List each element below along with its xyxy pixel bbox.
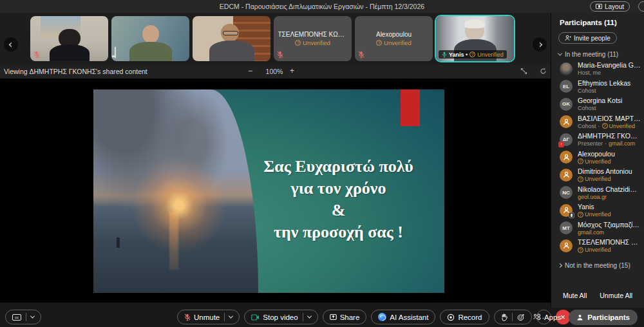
participant-row[interactable]: Dimitrios Antoniou?Unverified [551, 166, 644, 184]
participant-info: Dimitrios Antoniou?Unverified [578, 167, 632, 182]
participant-row[interactable]: NCNikolaos Chatzidimougeol.uoa.gr [551, 184, 644, 202]
participant-status: ?Unverified [578, 176, 632, 182]
separator-dot: · [598, 123, 600, 129]
slide-text-line: Σας Ευχαριστώ πολύ [235, 156, 442, 178]
ai-assistant-icon [378, 313, 386, 321]
participant-row[interactable]: Maria-Evangelia GogouHost, me [551, 60, 644, 78]
share-label: Share [340, 313, 360, 321]
participant-info: Georgina KotsiCohost [578, 97, 622, 111]
not-in-meeting-section-header[interactable]: Not in the meeting (15) [558, 262, 644, 269]
unmute-button[interactable]: Unmute [177, 310, 240, 324]
participant-avatar [560, 115, 573, 128]
refresh-icon[interactable] [540, 68, 547, 75]
chevron-down-icon[interactable] [229, 314, 233, 319]
pip-icon [115, 46, 116, 59]
participant-email-domain: gmail.com [609, 140, 635, 147]
chevron-left-icon [8, 42, 13, 46]
filmstrip-prev-button[interactable] [4, 37, 18, 51]
unverified-icon: ? [376, 40, 382, 46]
person-icon [563, 242, 570, 249]
participant-status: ?Unverified [578, 247, 641, 253]
mute-all-button[interactable]: Mute All [563, 292, 587, 299]
video-thumbnail[interactable] [111, 16, 189, 61]
participant-avatar: ΔΓ↑ [560, 133, 573, 146]
reactions-emoji-icon[interactable] [517, 313, 525, 321]
participant-avatar: NC [560, 186, 573, 199]
unmute-all-button[interactable]: Unmute All [600, 292, 632, 299]
unverified-label: Unverified [585, 247, 611, 253]
slide-text-line: για τον χρόνο [235, 178, 442, 200]
participant-info: ΒΑΣΙΛΕΙΟΣ ΜΑΡΤΖΑΚΛΗΣCohost·?Unverified [578, 115, 641, 129]
participant-name: Georgina Kotsi [578, 97, 622, 104]
zoom-level[interactable]: 100% [260, 68, 289, 76]
participant-avatar [560, 239, 573, 252]
layout-button[interactable]: Layout [590, 1, 630, 12]
unverified-icon: ? [602, 123, 608, 129]
presentation-slide: Σας Ευχαριστώ πολύγια τον χρόνο&την προσ… [93, 89, 444, 293]
filmstrip-tiles: ΤΣΕΛΕΜΠΟΝΗΣ ΚΩΝΣΤ...?UnverifiedAlexopoul… [30, 16, 514, 61]
participant-avatar: GK [560, 98, 573, 111]
topbar-partial-button[interactable] [638, 1, 644, 12]
participant-row[interactable]: ΔΓ↑ΔΗΜΗΤΡΗΣ ΓΚΟΝΗΣPresenter·gmail.com [551, 131, 644, 149]
participant-thumbnail[interactable]: ΤΣΕΛΕΜΠΟΝΗΣ ΚΩΝΣΤ...?Unverified [274, 16, 352, 61]
separator-dot: · [605, 140, 607, 147]
participant-avatar [560, 169, 573, 182]
mic-muted-icon [33, 51, 40, 59]
person-head [465, 21, 484, 41]
video-thumbnail[interactable]: Yanis •?Unverified [436, 16, 514, 61]
mic-muted-badge [358, 51, 365, 59]
participant-role: Cohost [578, 88, 596, 94]
mic-on-icon [442, 51, 447, 58]
video-thumbnail[interactable] [30, 16, 108, 61]
invite-people-button[interactable]: Invite people [558, 32, 617, 44]
record-button[interactable]: Record [440, 310, 489, 324]
participant-row[interactable]: Alexopoulou?Unverified [551, 149, 644, 167]
participant-thumbnail[interactable]: Alexopoulou?Unverified [355, 16, 433, 61]
pip-badge [115, 47, 116, 59]
video-thumbnail[interactable] [193, 16, 270, 61]
participant-row[interactable]: ΒΑΣΙΛΕΙΟΣ ΜΑΡΤΖΑΚΛΗΣCohost·?Unverified [551, 113, 644, 131]
reactions-group [494, 310, 532, 324]
participant-name: Efthymios Lekkas [578, 79, 630, 87]
participants-icon [576, 314, 583, 321]
chevron-down-icon[interactable] [30, 314, 35, 319]
chevron-down-icon [558, 51, 562, 56]
stop-video-button[interactable]: Stop video [244, 310, 317, 324]
shared-content-bar: Viewing ΔΗΜΗΤΡΗΣ ΓΚΟΝΗΣ's shared content… [0, 64, 551, 79]
participant-avatar [560, 62, 573, 75]
participant-email-domain: gmail.com [578, 229, 604, 236]
participant-row[interactable]: ΤΣΕΛΕΜΠΟΝΗΣ ΚΩΝΣΤ...?Unverified [551, 237, 644, 255]
thumbnail-name: ΤΣΕΛΕΜΠΟΝΗΣ ΚΩΝΣΤ... [278, 31, 348, 38]
mic-muted-icon [184, 313, 191, 321]
raise-hand-icon[interactable] [501, 313, 507, 321]
speaker-name: Yanis • [449, 51, 468, 58]
unverified-label: Unverified [477, 51, 504, 58]
filmstrip-next-button[interactable] [533, 37, 547, 51]
mic-muted-icon [277, 51, 283, 59]
chevron-down-icon[interactable] [307, 314, 312, 319]
participant-role: Host, me [578, 70, 601, 76]
zoom-in-button[interactable]: + [290, 67, 294, 75]
participant-status: Cohost·?Unverified [578, 123, 641, 129]
participant-row[interactable]: Yanis?Unverified [551, 201, 644, 220]
ai-assistant-button[interactable]: AI Assistant [371, 310, 435, 324]
participants-panel-footer: Mute All Unmute All [551, 292, 644, 299]
zoom-out-button[interactable]: − [248, 67, 252, 75]
mic-muted-icon [358, 51, 365, 59]
participant-row[interactable]: ELEfthymios LekkasCohost [551, 78, 644, 96]
share-button[interactable]: Share [323, 310, 367, 324]
in-meeting-section-header[interactable]: In the meeting (11) [558, 51, 644, 58]
captions-button[interactable]: cc [5, 310, 41, 324]
unverified-label: Unverified [609, 123, 636, 129]
participant-row[interactable]: MTΜόσχος Τζιαμπαζίδηςgmail.com [551, 220, 644, 238]
apps-button[interactable]: Apps [533, 313, 561, 321]
layout-label: Layout [605, 3, 624, 10]
participant-name: ΒΑΣΙΛΕΙΟΣ ΜΑΡΤΖΑΚΛΗΣ [578, 115, 641, 122]
unverified-badge: ?Unverified [376, 39, 412, 46]
mic-muted-badge [33, 51, 40, 59]
fit-to-window-icon[interactable] [520, 68, 527, 75]
participant-row[interactable]: GKGeorgina KotsiCohost [551, 95, 644, 113]
participant-role: Presenter [578, 140, 603, 147]
participants-button[interactable]: Participants [569, 310, 638, 325]
participant-info: Μόσχος Τζιαμπαζίδηςgmail.com [578, 221, 641, 236]
